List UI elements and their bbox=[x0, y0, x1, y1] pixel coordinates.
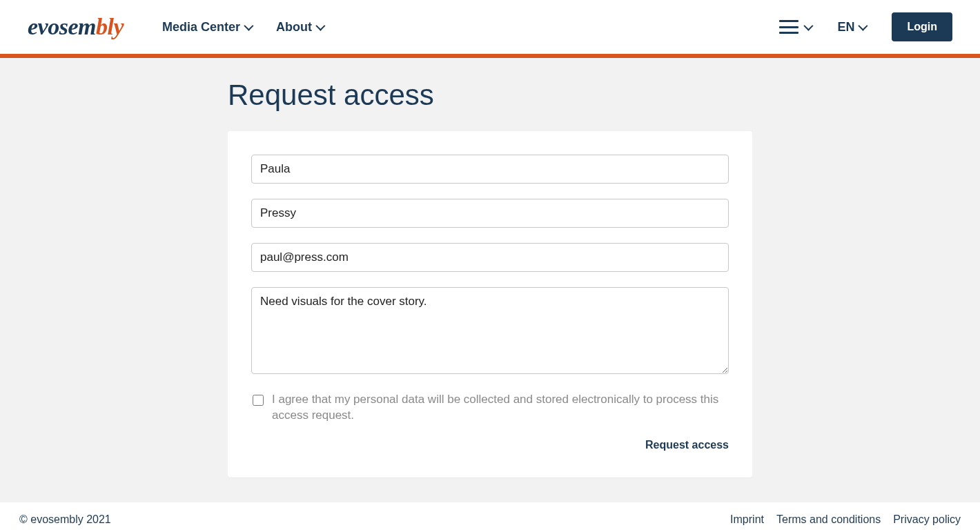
main-content: Request access Need visuals for the cove… bbox=[0, 58, 980, 502]
header-right: EN Login bbox=[779, 12, 952, 41]
copyright-text: © evosembly 2021 bbox=[19, 513, 730, 526]
nav-about[interactable]: About bbox=[276, 20, 323, 35]
language-label: EN bbox=[837, 20, 854, 35]
imprint-link[interactable]: Imprint bbox=[730, 513, 764, 526]
app-footer: © evosembly 2021 Imprint Terms and condi… bbox=[0, 502, 980, 530]
brand-part1: evosem bbox=[28, 14, 96, 39]
first-name-field[interactable] bbox=[251, 155, 729, 184]
hamburger-icon bbox=[779, 20, 798, 34]
login-button[interactable]: Login bbox=[892, 12, 952, 41]
nav-media-center[interactable]: Media Center bbox=[162, 20, 251, 35]
consent-text: I agree that my personal data will be co… bbox=[272, 392, 727, 424]
chevron-down-icon bbox=[859, 21, 868, 31]
consent-row: I agree that my personal data will be co… bbox=[251, 392, 729, 424]
brand-logo[interactable]: evosembly bbox=[28, 14, 124, 40]
nav-media-center-label: Media Center bbox=[162, 20, 240, 35]
language-selector[interactable]: EN bbox=[837, 20, 865, 35]
nav-about-label: About bbox=[276, 20, 312, 35]
form-actions: Request access bbox=[251, 436, 729, 454]
primary-nav: Media Center About bbox=[162, 20, 323, 35]
more-menu[interactable] bbox=[779, 20, 811, 34]
legal-nav: Imprint Terms and conditions Privacy pol… bbox=[730, 513, 961, 526]
chevron-down-icon bbox=[244, 21, 253, 31]
page-title: Request access bbox=[228, 79, 752, 112]
last-name-field[interactable] bbox=[251, 199, 729, 228]
request-access-button[interactable]: Request access bbox=[645, 436, 729, 454]
consent-checkbox[interactable] bbox=[253, 395, 264, 406]
email-field[interactable] bbox=[251, 243, 729, 272]
message-field[interactable]: Need visuals for the cover story. bbox=[251, 287, 729, 374]
privacy-link[interactable]: Privacy policy bbox=[893, 513, 961, 526]
terms-link[interactable]: Terms and conditions bbox=[776, 513, 881, 526]
app-header: evosembly Media Center About EN Login bbox=[0, 0, 980, 54]
chevron-down-icon bbox=[315, 21, 325, 31]
request-access-card: Need visuals for the cover story. I agre… bbox=[228, 131, 752, 478]
chevron-down-icon bbox=[804, 21, 814, 31]
brand-part2: bly bbox=[96, 14, 124, 39]
